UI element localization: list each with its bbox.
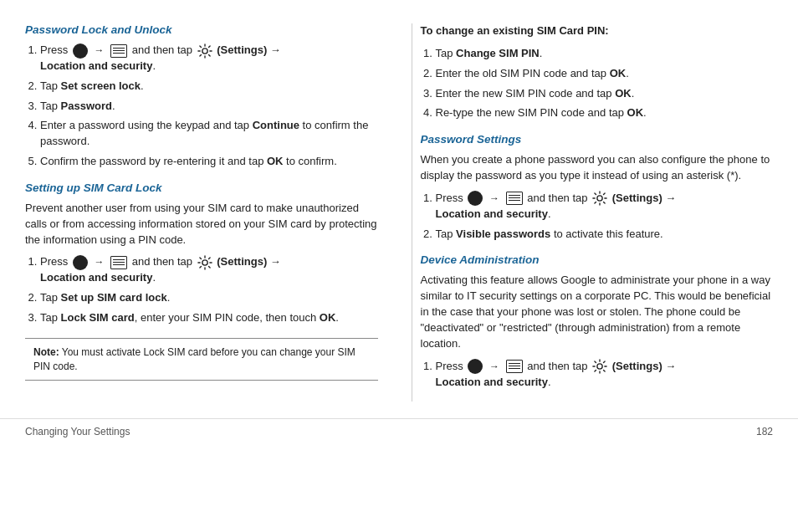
password-settings-steps: Press → and then tap: [436, 191, 774, 243]
right-column: To change an existing SIM Card PIN: Tap …: [412, 23, 774, 402]
menu-button-icon-3: [506, 192, 523, 205]
round-button-icon: [73, 43, 88, 59]
section-password-settings: Password Settings When you create a phon…: [421, 133, 774, 242]
change-sim-pin-heading: To change an existing SIM Card PIN:: [421, 23, 774, 39]
step-1-text: Press → and then tap: [40, 43, 281, 72]
ps-step-2: Tap Visible passwords to activate this f…: [436, 227, 774, 243]
round-button-icon-3: [468, 191, 483, 206]
device-admin-steps: Press → and then tap: [436, 359, 774, 391]
svg-point-1: [202, 260, 207, 265]
change-sim-step-4: Re-type the new SIM PIN code and tap OK.: [436, 105, 774, 121]
step-1: Press → and then tap: [40, 43, 378, 74]
change-sim-step-2: Enter the old SIM PIN code and tap OK.: [436, 66, 774, 82]
change-sim-step-1: Tap Change SIM PIN.: [436, 46, 774, 62]
ps-step-1: Press → and then tap: [436, 191, 774, 223]
arrow-icon-2: →: [94, 255, 104, 269]
sim-step-3: Tap Lock SIM card, enter your SIM PIN co…: [40, 310, 378, 326]
gear-svg-4: [592, 359, 607, 374]
note-box: Note: You must activate Lock SIM card be…: [25, 338, 378, 381]
settings-gear-icon-1: [197, 43, 212, 59]
settings-gear-icon-2: [197, 255, 212, 270]
page-number: 182: [756, 426, 773, 437]
password-lock-steps: Press → and then tap: [40, 43, 378, 170]
section-password-lock: Password Lock and Unlock Press → and the…: [25, 23, 378, 170]
step-5: Confirm the password by re-entering it a…: [40, 154, 378, 170]
gear-svg-3: [592, 191, 607, 206]
svg-point-2: [597, 196, 602, 201]
arrow-icon-3: →: [489, 192, 499, 206]
step-3: Tap Password.: [40, 99, 378, 115]
section-password-lock-title: Password Lock and Unlock: [25, 23, 378, 36]
round-button-icon-2: [73, 255, 88, 270]
step-1-location: Location and security: [40, 59, 152, 72]
section-device-admin: Device Administration Activating this fe…: [421, 253, 774, 390]
device-admin-intro: Activating this feature allows Google to…: [421, 273, 774, 351]
section-sim-lock: Setting up SIM Card Lock Prevent another…: [25, 182, 378, 381]
footer: Changing Your Settings 182: [0, 418, 798, 444]
menu-lines-icon-3: [506, 192, 523, 205]
change-sim-step-3: Enter the new SIM PIN code and tap OK.: [436, 86, 774, 102]
sim-step-1: Press → and then tap: [40, 254, 378, 286]
menu-lines-icon: [110, 44, 127, 58]
menu-button-icon-1: [110, 44, 127, 58]
footer-section-label: Changing Your Settings: [25, 426, 130, 437]
menu-button-icon-4: [506, 360, 523, 373]
password-settings-title: Password Settings: [421, 133, 774, 146]
svg-point-3: [597, 364, 602, 369]
arrow-icon-1: →: [94, 43, 104, 58]
gear-svg-2: [197, 255, 212, 270]
arrow-icon-4: →: [489, 360, 499, 374]
change-sim-steps: Tap Change SIM PIN. Enter the old SIM PI…: [436, 46, 774, 121]
section-sim-lock-title: Setting up SIM Card Lock: [25, 182, 378, 194]
step-4: Enter a password using the keypad and ta…: [40, 118, 378, 150]
step-2: Tap Set screen lock.: [40, 79, 378, 95]
home-button-icon-2: [73, 255, 88, 270]
menu-lines-icon-4: [506, 360, 523, 373]
home-button-icon-3: [468, 191, 483, 206]
svg-point-0: [202, 48, 207, 53]
section-change-sim-pin: To change an existing SIM Card PIN: Tap …: [421, 23, 774, 121]
home-button-icon-4: [468, 359, 483, 374]
left-column: Password Lock and Unlock Press → and the…: [25, 23, 386, 402]
sim-lock-steps: Press → and then tap: [40, 254, 378, 325]
settings-gear-icon-3: [592, 191, 607, 206]
menu-lines-icon-2: [110, 256, 127, 269]
password-settings-intro: When you create a phone password you can…: [421, 152, 774, 184]
menu-button-icon-2: [110, 256, 127, 269]
device-admin-title: Device Administration: [421, 253, 774, 266]
da-step-1: Press → and then tap: [436, 359, 774, 391]
sim-step-2: Tap Set up SIM card lock.: [40, 290, 378, 306]
round-button-icon-4: [468, 359, 483, 374]
settings-gear-icon-4: [592, 359, 607, 374]
sim-lock-intro: Prevent another user from using your SIM…: [25, 201, 378, 248]
gear-svg-1: [197, 43, 212, 59]
home-button-icon-1: [73, 43, 88, 59]
